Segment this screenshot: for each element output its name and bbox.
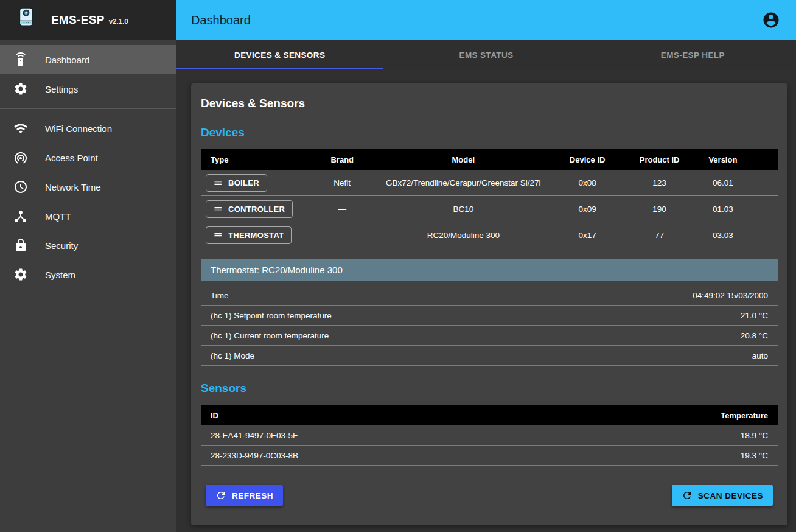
- data-label: (hc 1) Mode: [211, 351, 254, 360]
- main-area: Dashboard DEVICES & SENSORS EMS STATUS E…: [176, 0, 796, 532]
- appbar: Dashboard: [176, 0, 796, 40]
- sidebar-item[interactable]: MQTT: [0, 201, 176, 231]
- account-button[interactable]: [762, 10, 781, 30]
- actions-row: REFRESH SCAN DEVICES: [201, 485, 778, 506]
- sidebar-item[interactable]: Network Time: [0, 172, 176, 201]
- device-id: 0x09: [547, 205, 628, 214]
- device-version: 03.03: [691, 231, 755, 240]
- sidebar-divider: [0, 108, 176, 109]
- scan-devices-button-label: SCAN DEVICES: [698, 491, 763, 500]
- card-title: Devices & Sensors: [201, 97, 778, 110]
- col-header-id: ID: [211, 411, 218, 420]
- device-type-button[interactable]: THERMOSTAT: [206, 226, 292, 244]
- thermostat-data-row: (hc 1) Mode auto: [201, 346, 778, 366]
- device-version: 06.01: [691, 178, 755, 187]
- tab-label: EMS STATUS: [459, 51, 513, 60]
- app-name: EMS-ESP: [51, 13, 105, 27]
- thermostat-data-row: (hc 1) Setpoint room temperature 21.0 °C: [201, 306, 778, 326]
- lock-icon: [13, 238, 28, 253]
- sensor-id: 28-233D-9497-0C03-8B: [211, 451, 298, 460]
- device-id: 0x08: [547, 178, 628, 187]
- data-value: 20.8 °C: [741, 331, 768, 340]
- sensor-temperature: 19.3 °C: [741, 451, 768, 460]
- sidebar-item-label: WiFi Connection: [45, 124, 112, 134]
- col-header-type: Type: [201, 155, 305, 164]
- access-time-icon: [13, 180, 28, 194]
- col-header-model: Model: [380, 155, 547, 164]
- device-model: BC10: [380, 205, 547, 214]
- device-type-button[interactable]: BOILER: [206, 174, 267, 192]
- wifi-icon: [13, 121, 28, 136]
- tab-label: DEVICES & SENSORS: [234, 51, 325, 60]
- thermostat-data-row: Time 04:49:02 15/03/2000: [201, 285, 778, 306]
- account-circle-icon: [762, 11, 780, 29]
- tab[interactable]: EMS STATUS: [383, 40, 589, 69]
- sidebar-item[interactable]: WiFi Connection: [0, 114, 176, 143]
- data-value: 04:49:02 15/03/2000: [693, 291, 768, 300]
- sidebar-item-label: Dashboard: [45, 55, 89, 65]
- sidebar-item-label: Settings: [45, 84, 78, 94]
- device-row: BOILER Nefit GBx72/Trendline/Cerapur/Gre…: [201, 170, 778, 196]
- sidebar-item[interactable]: Settings: [0, 74, 176, 103]
- device-row: CONTROLLER — BC10 0x09 190 01.03: [201, 196, 778, 222]
- refresh-button-label: REFRESH: [232, 491, 273, 500]
- col-header-temperature: Temperature: [721, 411, 768, 420]
- sensor-row: 28-EA41-9497-0E03-5F 18.9 °C: [201, 425, 778, 446]
- sidebar-item-label: Network Time: [45, 182, 101, 192]
- data-label: (hc 1) Current room temperature: [211, 331, 329, 340]
- settings-icon: [13, 267, 28, 282]
- device-brand: —: [305, 231, 380, 240]
- device-product-id: 190: [627, 205, 691, 214]
- devices-table-header: Type Brand Model Device ID Product ID Ve…: [201, 149, 778, 170]
- list-icon: [212, 178, 223, 188]
- list-icon: [212, 204, 223, 214]
- device-id: 0x17: [547, 231, 628, 240]
- wifi-tethering-icon: [13, 150, 28, 165]
- data-value: 21.0 °C: [741, 311, 768, 320]
- devices-table: Type Brand Model Device ID Product ID Ve…: [201, 149, 778, 248]
- col-header-version: Version: [691, 155, 755, 164]
- device-version: 01.03: [691, 205, 755, 214]
- sensor-row: 28-233D-9497-0C03-8B 19.3 °C: [201, 446, 778, 466]
- sidebar-nav: Dashboard Settings WiFi Connection Acces: [0, 40, 176, 289]
- col-header-product-id: Product ID: [627, 155, 691, 164]
- data-label: (hc 1) Setpoint room temperature: [211, 311, 332, 320]
- sensor-id: 28-EA41-9497-0E03-5F: [211, 431, 298, 440]
- col-header-device-id: Device ID: [547, 155, 628, 164]
- device-type-button[interactable]: CONTROLLER: [206, 200, 293, 218]
- sensor-temperature: 18.9 °C: [741, 431, 768, 440]
- app-version: v2.1.0: [109, 18, 128, 25]
- refresh-icon: [215, 490, 226, 501]
- sidebar-item[interactable]: Dashboard: [0, 45, 176, 74]
- refresh-button[interactable]: REFRESH: [206, 485, 283, 506]
- thermostat-data-row: (hc 1) Current room temperature 20.8 °C: [201, 326, 778, 346]
- tab[interactable]: EMS-ESP HELP: [590, 40, 796, 69]
- thermostat-data-list: Time 04:49:02 15/03/2000 (hc 1) Setpoint…: [201, 285, 778, 366]
- thermostat-section-bar: Thermostat: RC20/Moduline 300: [201, 259, 778, 281]
- device-type-label: CONTROLLER: [228, 205, 285, 214]
- tab-label: EMS-ESP HELP: [661, 51, 725, 60]
- settings-icon: [13, 82, 28, 96]
- scan-devices-button[interactable]: SCAN DEVICES: [672, 485, 773, 506]
- device-product-id: 123: [627, 178, 691, 187]
- device-hub-icon: [13, 209, 28, 223]
- tab[interactable]: DEVICES & SENSORS: [176, 40, 383, 69]
- sidebar: EMS-ESP v2.1.0 Dashboard Settings: [0, 0, 176, 532]
- sidebar-item-label: Security: [45, 240, 78, 251]
- sidebar-item-label: System: [45, 270, 75, 280]
- sidebar-item[interactable]: System: [0, 260, 176, 289]
- device-type-label: THERMOSTAT: [228, 231, 284, 240]
- devices-heading: Devices: [201, 126, 778, 139]
- refresh-icon: [682, 490, 693, 501]
- content-area: Devices & Sensors Devices Type Brand Mod…: [176, 69, 796, 532]
- sidebar-item[interactable]: Access Point: [0, 143, 176, 172]
- sidebar-item[interactable]: Security: [0, 231, 176, 260]
- devices-sensors-card: Devices & Sensors Devices Type Brand Mod…: [191, 83, 787, 525]
- device-row: THERMOSTAT — RC20/Moduline 300 0x17 77 0…: [201, 222, 778, 248]
- device-brand: Nefit: [305, 178, 380, 187]
- device-model: GBx72/Trendline/Cerapur/Greenstar Si/27i: [380, 178, 547, 187]
- device-model: RC20/Moduline 300: [380, 231, 547, 240]
- settings-remote-icon: [13, 52, 28, 67]
- col-header-brand: Brand: [305, 155, 380, 164]
- sidebar-header: EMS-ESP v2.1.0: [0, 0, 176, 40]
